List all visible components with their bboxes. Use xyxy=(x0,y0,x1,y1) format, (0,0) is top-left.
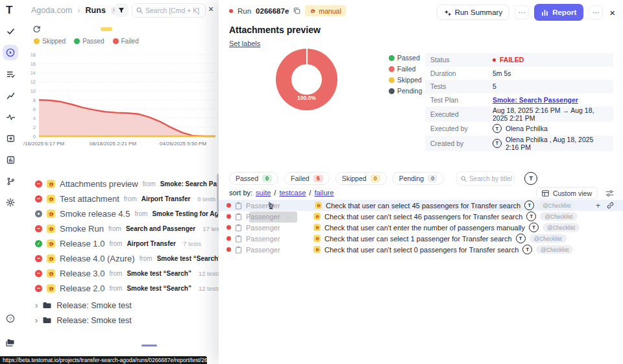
detail-value[interactable]: Smoke: Search Passenger xyxy=(493,96,578,104)
manual-run-icon xyxy=(47,239,55,248)
app-logo[interactable]: T xyxy=(6,4,12,17)
sort-link-item: testcase xyxy=(274,189,306,197)
test-suite-name: Passenger xyxy=(246,202,286,210)
detail-tabs xyxy=(229,154,255,158)
sidebar-item-runs[interactable] xyxy=(3,45,18,60)
legend-label: Failed xyxy=(397,65,416,73)
sidebar-item-tests[interactable] xyxy=(3,23,18,39)
run-list-item[interactable]: Release 4.0 (Azure) from Smoke test “Sea… xyxy=(0,251,221,266)
svg-text:6: 6 xyxy=(33,106,36,112)
test-title: Check that user can't select 0 passenger… xyxy=(324,246,519,254)
run-tests-count: 7 tests xyxy=(183,240,201,247)
close-search-icon[interactable]: × xyxy=(208,4,214,14)
search-icon xyxy=(136,7,143,14)
run-list-item[interactable]: Release 2.0 from Smoke test “Search” 12 … xyxy=(0,281,221,296)
search-icon xyxy=(461,176,467,182)
sidebar-item-reports[interactable] xyxy=(3,152,18,167)
run-detail-panel: Run 0266687e manual Run Summary ⋯ Report xyxy=(219,0,623,364)
run-folder-item[interactable]: › Release: Smoke test xyxy=(0,313,221,328)
filter-pill[interactable]: Failed 5 xyxy=(284,172,330,185)
legend-label: Skipped xyxy=(42,38,66,45)
breadcrumb-project[interactable]: Agoda.com xyxy=(31,6,72,15)
run-list-item[interactable]: Smoke Run from Search and Passenger 17 t… xyxy=(0,221,221,236)
from-label: from xyxy=(109,285,122,292)
test-title: Check that user can't select 46 passenge… xyxy=(324,213,522,221)
page-title: Attachments preview xyxy=(229,25,321,35)
pagination-indicator[interactable] xyxy=(141,345,157,346)
filter-count-badge: 0 xyxy=(371,175,380,182)
run-list-item[interactable]: Release 3.0 from Smoke test “Search” 12 … xyxy=(0,266,221,281)
legend-label: Passed xyxy=(82,38,104,45)
filter-pill[interactable]: Skipped 0 xyxy=(336,172,387,185)
run-type-tab[interactable] xyxy=(101,27,112,31)
breadcrumb-separator: › xyxy=(77,5,80,15)
clipboard-icon xyxy=(235,213,242,221)
folder-icon xyxy=(43,302,51,309)
run-tests-count: 17 tests xyxy=(202,225,221,232)
sort-link[interactable]: suite xyxy=(256,189,271,197)
run-source: Search and Passenger xyxy=(126,225,195,232)
run-tests-count: 12 tests xyxy=(199,285,220,292)
sliders-icon[interactable] xyxy=(605,189,614,197)
detail-label: Test Plan xyxy=(430,96,493,104)
tests-search-input[interactable] xyxy=(468,175,513,183)
svg-text:16: 16 xyxy=(31,61,36,67)
close-panel-icon[interactable]: × xyxy=(609,7,615,18)
runs-list: Attachments preview from Smoke: Search P… xyxy=(0,176,221,296)
run-folder-item[interactable]: › Release: Smoke test xyxy=(0,298,221,313)
filter-pill[interactable]: Pending 0 xyxy=(393,172,445,185)
custom-view-button[interactable]: Custom view xyxy=(536,187,598,199)
run-name: Smoke Run xyxy=(60,224,104,234)
test-row[interactable]: Passenger Check that user can select 1 p… xyxy=(219,233,623,244)
manual-run-icon xyxy=(47,269,55,278)
sidebar-item-pulse[interactable] xyxy=(3,109,18,125)
test-row[interactable]: Passenger Check that user can't enter th… xyxy=(219,222,623,233)
link-icon[interactable] xyxy=(607,202,614,209)
tests-search xyxy=(456,171,515,186)
test-row[interactable]: Passenger Check that user can't select 4… xyxy=(219,211,623,222)
panel-more-button[interactable]: ⋯ xyxy=(589,5,603,19)
run-status-icon xyxy=(35,255,42,262)
sort-link-item: suite xyxy=(256,189,271,197)
set-labels-link[interactable]: Set labels xyxy=(229,40,260,47)
report-label: Report xyxy=(552,8,576,16)
manual-test-icon xyxy=(313,224,321,231)
sidebar-item-analytics[interactable] xyxy=(3,88,18,103)
run-list-item[interactable]: Test attachment from Airport Transfer 8 … xyxy=(0,191,221,206)
detail-value: Olena Pchilka , Aug 18, 2025 2:16 PM xyxy=(493,136,608,151)
filter-label: Pending xyxy=(399,175,424,182)
run-list-item[interactable]: Release 1.0 from Airport Transfer 7 test… xyxy=(0,236,221,251)
clipboard-icon xyxy=(235,224,242,232)
sort-link[interactable]: failure xyxy=(314,189,334,197)
sidebar-item-plans[interactable] xyxy=(3,66,18,82)
run-list-item[interactable]: Attachments preview from Smoke: Search P… xyxy=(0,176,221,191)
refresh-icon[interactable] xyxy=(32,25,41,33)
test-row[interactable]: Passenger Check that user can select 45 … xyxy=(219,200,623,211)
run-list-item[interactable]: Smoke release 4.5 from Smoke Testing for… xyxy=(0,206,221,221)
run-source: Smoke test “Search” xyxy=(127,285,191,292)
assignee-filter-avatar[interactable] xyxy=(524,172,537,185)
add-icon[interactable]: + xyxy=(596,201,600,210)
test-row[interactable]: Passenger Check that user can't select 0… xyxy=(219,244,623,255)
run-summary-button[interactable]: Run Summary xyxy=(437,5,510,20)
report-button[interactable]: Report xyxy=(534,4,583,21)
tests-list: ⋯ Passenger Check that user can se xyxy=(219,200,623,255)
filter-button[interactable] xyxy=(114,3,128,17)
folder-name: Release: Smoke test xyxy=(56,301,131,310)
sort-link[interactable]: testcase xyxy=(279,189,306,197)
detail-label: Executed by xyxy=(430,125,493,132)
projects-button[interactable] xyxy=(3,335,18,350)
test-title-group: Check that user can select 45 passengers… xyxy=(315,200,575,210)
copy-run-id-button[interactable] xyxy=(293,7,300,14)
summary-more-button[interactable]: ⋯ xyxy=(515,5,529,19)
folders-icon xyxy=(6,339,16,347)
global-search-input[interactable] xyxy=(144,6,201,15)
chevron-right-icon: › xyxy=(35,301,38,309)
play-circle-icon xyxy=(6,48,15,57)
test-title: Check that user can select 1 passenger f… xyxy=(324,235,512,243)
sidebar-item-import[interactable] xyxy=(3,130,18,146)
test-title: Check that user can't enter the number o… xyxy=(324,224,525,232)
filter-pill[interactable]: Passed 0 xyxy=(229,172,278,185)
filter-label: Skipped xyxy=(342,175,367,182)
breadcrumb-section[interactable]: Runs xyxy=(86,6,106,15)
